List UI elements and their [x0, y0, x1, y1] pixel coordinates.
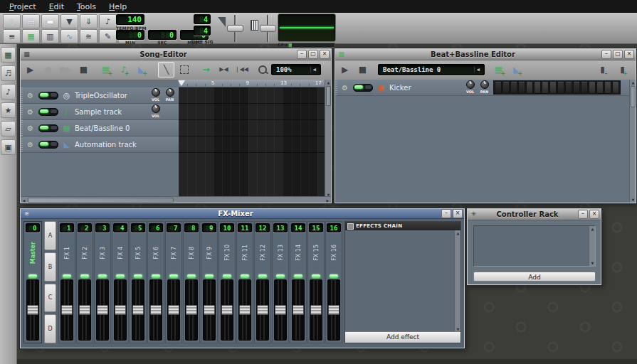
channel-fader[interactable]	[327, 279, 340, 341]
presets-button[interactable]: ♪	[1, 84, 16, 100]
beat-cell-15[interactable]	[604, 82, 611, 94]
fader-handle[interactable]	[239, 305, 251, 315]
channel-number-display[interactable]: 80	[26, 223, 40, 232]
dropdown-arrow-icon[interactable]: ◀	[474, 67, 482, 73]
star-button[interactable]: ★	[1, 102, 16, 118]
channel-fader[interactable]	[132, 279, 144, 341]
record-play-button[interactable]: ●▶	[58, 62, 74, 77]
gear-icon[interactable]: ⚙	[27, 92, 33, 100]
beat-cell-10[interactable]	[565, 82, 572, 94]
fx-channel-10[interactable]: 10FX 10	[219, 221, 236, 343]
channel-number-display[interactable]: 15	[309, 223, 323, 232]
track-enable-led[interactable]	[38, 108, 58, 116]
draw-mode-button[interactable]: ╲	[158, 62, 174, 77]
track-enable-led[interactable]	[38, 92, 58, 100]
track-grip[interactable]	[21, 87, 23, 103]
channel-number-display[interactable]: 12	[256, 223, 270, 232]
channel-number-display[interactable]: 13	[273, 223, 288, 232]
fx-channel-9[interactable]: 89FX 9	[201, 221, 218, 343]
add-automation-track-button[interactable]: ◣+	[133, 62, 149, 77]
play-button[interactable]: ▶	[337, 62, 353, 77]
scroll-up-arrow[interactable]: ▲	[325, 80, 332, 85]
track-enable-led[interactable]	[353, 84, 373, 92]
track-automation-track[interactable]: ⚙◣Automation track	[21, 136, 179, 153]
edit-mode-button[interactable]	[176, 62, 192, 77]
menu-help[interactable]: Help	[102, 1, 133, 12]
gear-icon[interactable]: ⚙	[27, 141, 33, 149]
track-grip[interactable]	[21, 104, 23, 119]
add-controller-button[interactable]: Add	[473, 272, 596, 282]
channel-number-display[interactable]: 88	[184, 223, 199, 232]
minimize-button[interactable]: –	[601, 50, 611, 59]
export-project-button[interactable]: ⇓	[80, 14, 98, 28]
fader-handle[interactable]	[204, 305, 215, 315]
fx-channel-2[interactable]: 82FX 2	[76, 221, 93, 343]
track-enable-led[interactable]	[38, 124, 58, 132]
dropdown-arrow-icon[interactable]: ◀	[310, 67, 318, 73]
instruments-button[interactable]: ▦	[1, 47, 16, 63]
channel-fader[interactable]	[185, 279, 198, 341]
beat-cell-4[interactable]	[518, 82, 525, 94]
controller-list-scrollbar[interactable]: ▲ ▼	[589, 226, 595, 266]
fx-channel-8[interactable]: 88FX 8	[183, 221, 200, 343]
close-button[interactable]: ×	[624, 50, 634, 59]
effects-chain-enable-checkbox[interactable]	[347, 223, 354, 230]
master-volume-slider[interactable]	[226, 15, 243, 42]
channel-number-display[interactable]: 87	[167, 223, 181, 232]
channel-number-display[interactable]: 16	[327, 223, 341, 232]
channel-fader[interactable]	[310, 279, 322, 341]
timesig-denominator[interactable]: 84	[194, 26, 211, 36]
samples-button[interactable]: ♬	[1, 65, 16, 81]
controller-rack-titlebar[interactable]: ✳ Controller Rack – ×	[468, 209, 601, 220]
channel-number-display[interactable]: 84	[113, 223, 127, 232]
channel-number-display[interactable]: 89	[202, 223, 216, 232]
fader-handle[interactable]	[186, 305, 197, 315]
follow-playback-button[interactable]: →	[198, 62, 214, 77]
maximize-button[interactable]: ▢	[613, 50, 623, 59]
minimize-button[interactable]: –	[297, 50, 307, 59]
channel-fader[interactable]	[26, 279, 39, 341]
play-button[interactable]: ▶	[22, 62, 38, 77]
vol-knob[interactable]: VOL	[465, 80, 475, 94]
track-grip[interactable]	[21, 120, 23, 136]
beat-cell-11[interactable]	[573, 82, 580, 94]
zoom-level-dropdown[interactable]: 100% ◀	[271, 64, 321, 75]
fader-handle[interactable]	[328, 305, 339, 315]
channel-number-display[interactable]: 14	[291, 223, 305, 232]
vscroll-handle[interactable]	[326, 86, 331, 106]
fx-channel-14[interactable]: 14FX 14	[290, 221, 307, 343]
zoom-button[interactable]	[254, 62, 270, 77]
fx-channel-13[interactable]: 13FX 13	[272, 221, 289, 343]
time-value-sec[interactable]: 880	[148, 30, 177, 40]
fx-mixer-toggle-button[interactable]: ≋	[80, 29, 98, 43]
scroll-up-arrow[interactable]: ▲	[455, 230, 461, 236]
fader-handle[interactable]	[97, 305, 108, 315]
piano-roll-toggle-button[interactable]: ▥	[41, 29, 59, 43]
vol-knob[interactable]: VOL	[150, 88, 161, 102]
beat-cell-2[interactable]	[502, 82, 510, 94]
remove-steps-button[interactable]: ▮–	[594, 62, 611, 77]
output-visualizer[interactable]	[278, 14, 336, 42]
controller-list[interactable]: ▲ ▼	[473, 225, 596, 267]
beat-cell-9[interactable]	[557, 82, 564, 94]
channel-number-display[interactable]: 83	[95, 223, 110, 232]
fx-channel-3[interactable]: 83FX 3	[94, 221, 111, 343]
fader-handle[interactable]	[257, 305, 268, 315]
channel-fader[interactable]	[274, 279, 287, 341]
bb-editor-vscrollbar[interactable]: ▲ ▼	[629, 80, 636, 203]
fader-handle[interactable]	[79, 305, 90, 315]
track-grip[interactable]	[21, 136, 23, 152]
add-effect-button[interactable]: Add effect	[345, 331, 460, 343]
minimize-button[interactable]: –	[441, 209, 451, 218]
track-grip[interactable]	[335, 80, 337, 95]
track-kicker[interactable]: ⚙◉KickerVOLPAN	[335, 80, 630, 96]
song-editor-hscrollbar[interactable]: ◀ ▶	[21, 196, 331, 203]
channel-fader[interactable]	[238, 279, 251, 341]
new-project-button[interactable]: ▯	[3, 14, 21, 28]
channel-fader[interactable]	[292, 279, 305, 341]
channel-fader[interactable]	[78, 279, 91, 341]
bank-button-c[interactable]: C	[44, 284, 56, 313]
scroll-down-arrow[interactable]: ▼	[630, 197, 636, 203]
channel-fader[interactable]	[60, 279, 73, 341]
jump-end-button[interactable]: ▶◀	[216, 62, 232, 77]
